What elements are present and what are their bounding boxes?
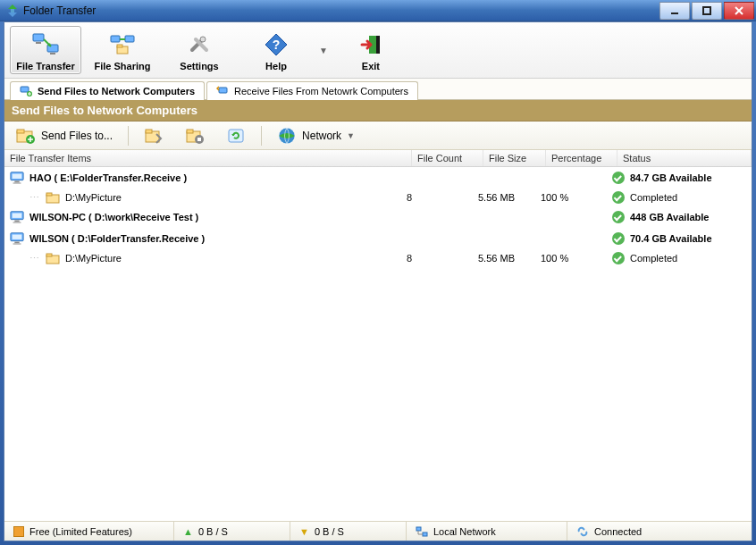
- network-dropdown[interactable]: Network ▼: [271, 123, 361, 148]
- col-status[interactable]: Status: [617, 150, 752, 166]
- tree-line: ⋯: [28, 192, 40, 204]
- toolbar-dropdown[interactable]: ▼: [317, 46, 330, 55]
- status-upload: ▲ 0 B / S: [174, 522, 290, 541]
- banner: Send Files to Network Computers: [4, 100, 752, 122]
- status-network: Local Network: [407, 522, 567, 541]
- row-count: 8: [407, 253, 478, 264]
- svg-rect-34: [46, 193, 52, 196]
- network-text: Local Network: [433, 526, 496, 537]
- row-label: WILSON-PC ( D:\work\Receive Test ): [29, 212, 198, 222]
- tab-receive[interactable]: Receive Files From Netowrk Computers: [206, 81, 418, 100]
- grid-header: File Transfer Items File Count File Size…: [4, 150, 752, 167]
- refresh-icon: [226, 126, 246, 146]
- svg-rect-32: [13, 182, 21, 183]
- file-transfer-label: File Transfer: [16, 61, 75, 71]
- svg-rect-42: [13, 243, 21, 244]
- svg-rect-40: [13, 235, 22, 239]
- refresh-button[interactable]: [220, 123, 252, 148]
- license-text: Free (Limited Features): [29, 526, 132, 537]
- table-row-host[interactable]: HAO ( E:\FolderTransfer.Receive )84.7 GB…: [4, 167, 752, 189]
- svg-rect-16: [219, 88, 227, 93]
- connected-text: Connected: [594, 526, 642, 537]
- row-percentage: 100 %: [541, 253, 612, 264]
- svg-rect-18: [17, 130, 24, 133]
- settings-label: Settings: [170, 61, 229, 71]
- globe-icon: [277, 126, 297, 146]
- svg-rect-41: [14, 242, 19, 244]
- send-files-to-button[interactable]: Send Files to...: [10, 123, 119, 148]
- svg-rect-31: [14, 181, 19, 183]
- send-files-to-label: Send Files to...: [41, 130, 113, 142]
- chevron-down-icon: ▼: [347, 131, 355, 140]
- check-icon: [612, 232, 625, 245]
- svg-rect-38: [13, 222, 21, 222]
- help-icon: ?: [247, 30, 306, 59]
- client-area: File Transfer File Sharing: [4, 21, 752, 541]
- download-rate: 0 B / S: [315, 526, 344, 537]
- toolbar-separator: [128, 126, 129, 146]
- table-row-item[interactable]: ⋯D:\MyPicture85.56 MB100 %Completed: [4, 189, 752, 206]
- check-icon: [612, 172, 625, 184]
- file-transfer-button[interactable]: File Transfer: [10, 26, 81, 74]
- app-icon: [5, 4, 20, 18]
- svg-rect-46: [423, 532, 427, 536]
- action-toolbar: Send Files to... Network ▼: [4, 122, 752, 150]
- row-status: 448 GB Available: [612, 211, 746, 223]
- receive-tab-icon: [216, 85, 229, 97]
- row-label: WILSON ( D:\FolderTransfer.Receive ): [29, 233, 205, 244]
- folder-icon: [46, 251, 60, 265]
- grid-body[interactable]: HAO ( E:\FolderTransfer.Receive )84.7 GB…: [4, 167, 752, 521]
- svg-text:?: ?: [273, 38, 281, 52]
- maximize-button[interactable]: [692, 2, 722, 20]
- file-transfer-icon: [16, 30, 75, 59]
- col-percentage[interactable]: Percentage: [546, 150, 617, 166]
- table-row-item[interactable]: ⋯D:\MyPicture85.56 MB100 %Completed: [4, 249, 752, 267]
- svg-rect-30: [13, 174, 22, 179]
- row-status-text: 84.7 GB Available: [630, 172, 712, 183]
- tab-send[interactable]: Send Files to Network Computers: [10, 81, 205, 100]
- row-size: 5.56 MB: [478, 253, 541, 264]
- tree-line: ⋯: [28, 253, 40, 264]
- status-license: Free (Limited Features): [4, 522, 174, 541]
- svg-rect-5: [50, 53, 55, 54]
- folder-action-2-button[interactable]: [179, 123, 211, 148]
- table-row-host[interactable]: WILSON-PC ( D:\work\Receive Test )448 GB…: [4, 206, 752, 228]
- tab-bar: Send Files to Network Computers Receive …: [4, 79, 752, 100]
- col-count[interactable]: File Count: [412, 150, 483, 166]
- svg-rect-44: [46, 254, 52, 256]
- link-icon: [576, 526, 589, 537]
- row-status: 70.4 GB Available: [612, 232, 746, 245]
- svg-rect-21: [146, 130, 152, 133]
- network-icon: [416, 526, 428, 537]
- col-items[interactable]: File Transfer Items: [4, 150, 412, 166]
- check-icon: [612, 211, 625, 223]
- svg-point-10: [200, 37, 206, 42]
- status-bar: Free (Limited Features) ▲ 0 B / S ▼ 0 B …: [4, 521, 752, 541]
- status-connected: Connected: [567, 522, 752, 541]
- help-button[interactable]: ? Help: [240, 26, 312, 74]
- exit-button[interactable]: Exit: [335, 26, 407, 74]
- svg-rect-37: [14, 221, 19, 222]
- license-icon: [13, 526, 24, 537]
- file-sharing-label: File Sharing: [93, 61, 152, 71]
- file-sharing-button[interactable]: File Sharing: [87, 26, 158, 74]
- row-status: Completed: [612, 252, 746, 264]
- upload-rate: 0 B / S: [198, 526, 228, 537]
- row-label: D:\MyPicture: [65, 192, 122, 203]
- monitor-icon: [10, 210, 24, 224]
- folder-arrow-icon: [144, 126, 164, 146]
- col-size[interactable]: File Size: [483, 150, 546, 166]
- row-status-text: 70.4 GB Available: [630, 233, 712, 244]
- close-button[interactable]: [724, 2, 754, 20]
- folder-stop-icon: [185, 126, 205, 146]
- tab-send-label: Send Files to Network Computers: [38, 86, 195, 96]
- send-tab-icon: [20, 85, 32, 97]
- table-row-host[interactable]: WILSON ( D:\FolderTransfer.Receive )70.4…: [4, 228, 752, 249]
- row-percentage: 100 %: [541, 192, 612, 203]
- folder-action-1-button[interactable]: [138, 123, 170, 148]
- settings-button[interactable]: Settings: [164, 26, 235, 74]
- minimize-button[interactable]: [659, 2, 690, 20]
- help-label: Help: [247, 61, 306, 71]
- row-count: 8: [407, 192, 478, 203]
- row-label: D:\MyPicture: [65, 253, 122, 264]
